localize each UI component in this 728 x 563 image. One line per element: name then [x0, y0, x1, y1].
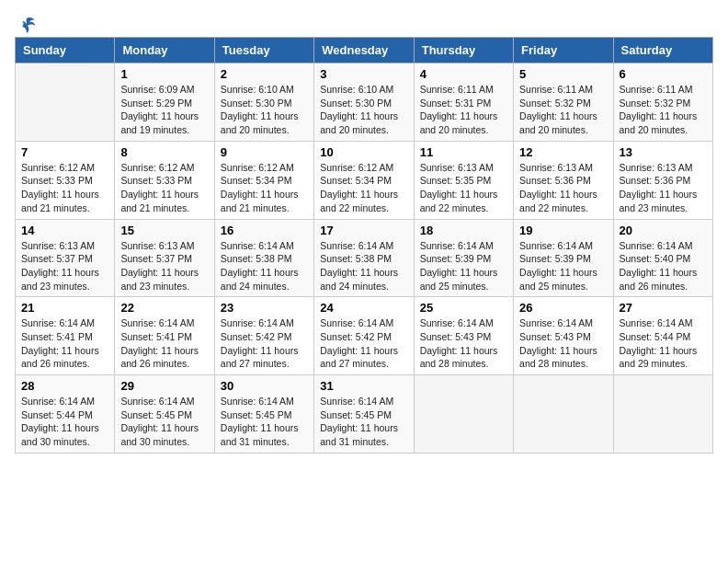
calendar-cell: 6Sunrise: 6:11 AMSunset: 5:32 PMDaylight… — [613, 63, 712, 142]
day-info: Sunrise: 6:13 AMSunset: 5:36 PMDaylight:… — [519, 161, 607, 215]
day-number: 20 — [620, 224, 707, 237]
day-number: 3 — [320, 67, 407, 81]
day-number: 15 — [120, 224, 208, 237]
calendar-cell: 22Sunrise: 6:14 AMSunset: 5:41 PMDayligh… — [115, 297, 214, 375]
calendar-cell: 24Sunrise: 6:14 AMSunset: 5:42 PMDayligh… — [314, 297, 414, 375]
day-number: 31 — [320, 379, 407, 393]
day-info: Sunrise: 6:13 AMSunset: 5:37 PMDaylight:… — [21, 239, 108, 293]
calendar-cell: 19Sunrise: 6:14 AMSunset: 5:39 PMDayligh… — [514, 219, 613, 297]
logo-bird-icon — [17, 15, 37, 35]
day-info: Sunrise: 6:13 AMSunset: 5:37 PMDaylight:… — [120, 239, 208, 293]
calendar-cell: 17Sunrise: 6:14 AMSunset: 5:38 PMDayligh… — [314, 219, 414, 297]
calendar-cell: 11Sunrise: 6:13 AMSunset: 5:35 PMDayligh… — [414, 141, 513, 219]
calendar-cell: 8Sunrise: 6:12 AMSunset: 5:33 PMDaylight… — [115, 141, 214, 219]
calendar-cell: 5Sunrise: 6:11 AMSunset: 5:32 PMDaylight… — [514, 63, 613, 142]
calendar-header-row: SundayMondayTuesdayWednesdayThursdayFrid… — [16, 38, 713, 63]
calendar-cell: 23Sunrise: 6:14 AMSunset: 5:42 PMDayligh… — [214, 297, 313, 375]
calendar-cell: 30Sunrise: 6:14 AMSunset: 5:45 PMDayligh… — [214, 375, 313, 454]
day-info: Sunrise: 6:12 AMSunset: 5:33 PMDaylight:… — [120, 161, 208, 215]
day-header-wednesday: Wednesday — [314, 38, 414, 63]
calendar-cell: 7Sunrise: 6:12 AMSunset: 5:33 PMDaylight… — [16, 141, 115, 219]
calendar-week-row: 14Sunrise: 6:13 AMSunset: 5:37 PMDayligh… — [16, 219, 713, 297]
calendar-cell: 4Sunrise: 6:11 AMSunset: 5:31 PMDaylight… — [414, 63, 513, 142]
day-number: 16 — [221, 224, 308, 237]
logo — [15, 15, 37, 29]
day-info: Sunrise: 6:10 AMSunset: 5:30 PMDaylight:… — [320, 83, 407, 137]
day-number: 10 — [320, 145, 407, 159]
day-number: 26 — [519, 301, 607, 315]
day-number: 30 — [221, 379, 308, 393]
calendar-week-row: 21Sunrise: 6:14 AMSunset: 5:41 PMDayligh… — [16, 297, 713, 375]
calendar-cell: 29Sunrise: 6:14 AMSunset: 5:45 PMDayligh… — [115, 375, 214, 454]
day-info: Sunrise: 6:14 AMSunset: 5:45 PMDaylight:… — [320, 395, 407, 449]
day-info: Sunrise: 6:14 AMSunset: 5:42 PMDaylight:… — [320, 316, 407, 371]
day-info: Sunrise: 6:12 AMSunset: 5:34 PMDaylight:… — [320, 161, 407, 215]
calendar-cell: 16Sunrise: 6:14 AMSunset: 5:38 PMDayligh… — [214, 219, 313, 297]
day-number: 1 — [120, 67, 208, 81]
day-number: 6 — [620, 67, 707, 81]
calendar-cell: 15Sunrise: 6:13 AMSunset: 5:37 PMDayligh… — [115, 219, 214, 297]
day-number: 21 — [21, 301, 108, 315]
day-info: Sunrise: 6:10 AMSunset: 5:30 PMDaylight:… — [221, 83, 308, 137]
day-number: 11 — [420, 145, 507, 159]
calendar-cell: 27Sunrise: 6:14 AMSunset: 5:44 PMDayligh… — [613, 297, 712, 375]
day-header-saturday: Saturday — [613, 38, 712, 63]
day-number: 17 — [320, 224, 407, 237]
calendar-cell: 1Sunrise: 6:09 AMSunset: 5:29 PMDaylight… — [115, 63, 214, 142]
day-info: Sunrise: 6:12 AMSunset: 5:34 PMDaylight:… — [221, 161, 308, 215]
day-header-sunday: Sunday — [16, 38, 115, 63]
day-info: Sunrise: 6:14 AMSunset: 5:39 PMDaylight:… — [519, 239, 607, 293]
day-info: Sunrise: 6:14 AMSunset: 5:38 PMDaylight:… — [221, 239, 308, 293]
day-number: 23 — [221, 301, 308, 315]
day-header-monday: Monday — [115, 38, 214, 63]
calendar-week-row: 1Sunrise: 6:09 AMSunset: 5:29 PMDaylight… — [16, 63, 713, 142]
calendar-cell: 9Sunrise: 6:12 AMSunset: 5:34 PMDaylight… — [214, 141, 313, 219]
calendar-table: SundayMondayTuesdayWednesdayThursdayFrid… — [15, 37, 713, 454]
calendar-cell: 26Sunrise: 6:14 AMSunset: 5:43 PMDayligh… — [514, 297, 613, 375]
day-number: 12 — [519, 145, 607, 159]
calendar-cell — [613, 375, 712, 454]
day-number: 9 — [221, 145, 308, 159]
day-number: 24 — [320, 301, 407, 315]
day-info: Sunrise: 6:09 AMSunset: 5:29 PMDaylight:… — [120, 83, 208, 137]
calendar-cell: 18Sunrise: 6:14 AMSunset: 5:39 PMDayligh… — [414, 219, 513, 297]
day-number: 18 — [420, 224, 507, 237]
calendar-cell: 28Sunrise: 6:14 AMSunset: 5:44 PMDayligh… — [16, 375, 115, 454]
day-info: Sunrise: 6:11 AMSunset: 5:32 PMDaylight:… — [620, 83, 707, 137]
day-number: 19 — [519, 224, 607, 237]
day-info: Sunrise: 6:14 AMSunset: 5:38 PMDaylight:… — [320, 239, 407, 293]
calendar-cell: 2Sunrise: 6:10 AMSunset: 5:30 PMDaylight… — [214, 63, 313, 142]
calendar-cell: 3Sunrise: 6:10 AMSunset: 5:30 PMDaylight… — [314, 63, 414, 142]
day-info: Sunrise: 6:14 AMSunset: 5:44 PMDaylight:… — [21, 395, 108, 449]
day-number: 4 — [420, 67, 507, 81]
day-info: Sunrise: 6:14 AMSunset: 5:41 PMDaylight:… — [120, 316, 208, 371]
day-info: Sunrise: 6:11 AMSunset: 5:32 PMDaylight:… — [519, 83, 607, 137]
day-number: 27 — [620, 301, 707, 315]
calendar-cell: 13Sunrise: 6:13 AMSunset: 5:36 PMDayligh… — [613, 141, 712, 219]
calendar-cell: 10Sunrise: 6:12 AMSunset: 5:34 PMDayligh… — [314, 141, 414, 219]
day-info: Sunrise: 6:13 AMSunset: 5:36 PMDaylight:… — [620, 161, 707, 215]
calendar-cell: 21Sunrise: 6:14 AMSunset: 5:41 PMDayligh… — [16, 297, 115, 375]
calendar-week-row: 28Sunrise: 6:14 AMSunset: 5:44 PMDayligh… — [16, 375, 713, 454]
calendar-cell: 25Sunrise: 6:14 AMSunset: 5:43 PMDayligh… — [414, 297, 513, 375]
day-number: 22 — [120, 301, 208, 315]
calendar-cell — [16, 63, 115, 142]
day-number: 25 — [420, 301, 507, 315]
day-header-thursday: Thursday — [414, 38, 513, 63]
day-info: Sunrise: 6:14 AMSunset: 5:41 PMDaylight:… — [21, 316, 108, 371]
day-info: Sunrise: 6:14 AMSunset: 5:43 PMDaylight:… — [519, 316, 607, 371]
day-info: Sunrise: 6:13 AMSunset: 5:35 PMDaylight:… — [420, 161, 507, 215]
day-number: 7 — [21, 145, 108, 159]
day-number: 13 — [620, 145, 707, 159]
day-info: Sunrise: 6:14 AMSunset: 5:44 PMDaylight:… — [620, 316, 707, 371]
calendar-cell: 20Sunrise: 6:14 AMSunset: 5:40 PMDayligh… — [613, 219, 712, 297]
day-number: 8 — [120, 145, 208, 159]
day-info: Sunrise: 6:11 AMSunset: 5:31 PMDaylight:… — [420, 83, 507, 137]
calendar-cell — [414, 375, 513, 454]
day-info: Sunrise: 6:14 AMSunset: 5:42 PMDaylight:… — [221, 316, 308, 371]
day-info: Sunrise: 6:12 AMSunset: 5:33 PMDaylight:… — [21, 161, 108, 215]
page-header — [15, 15, 713, 29]
day-header-tuesday: Tuesday — [214, 38, 313, 63]
day-number: 29 — [120, 379, 208, 393]
day-number: 14 — [21, 224, 108, 237]
